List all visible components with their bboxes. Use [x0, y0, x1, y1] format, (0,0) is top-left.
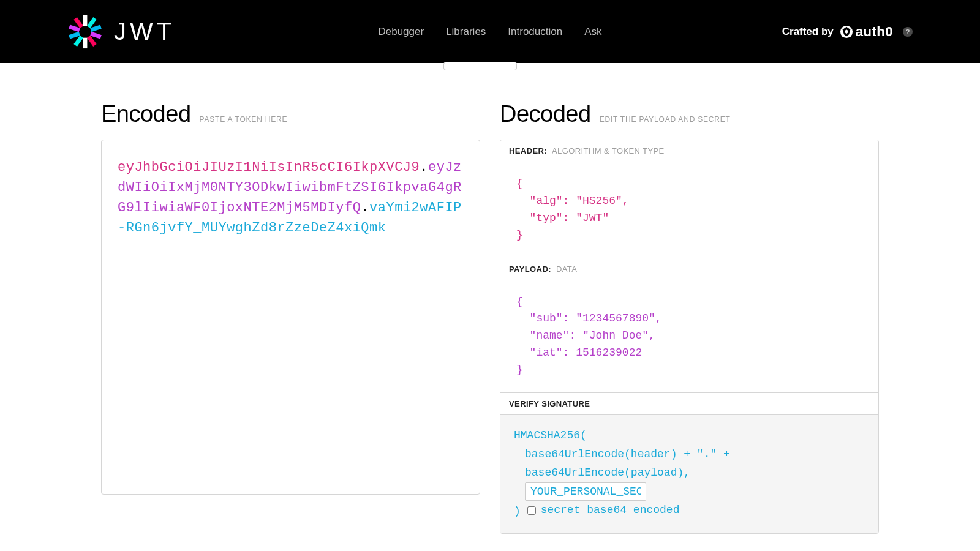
- logo[interactable]: JWT: [67, 14, 175, 50]
- nav-introduction[interactable]: Introduction: [508, 26, 562, 38]
- auth0-shield-icon: [840, 25, 853, 39]
- decoded-panel: Decoded EDIT THE PAYLOAD AND SECRET HEAD…: [500, 101, 879, 534]
- auth0-word: auth0: [856, 24, 893, 40]
- secret-base64-label: secret base64 encoded: [541, 501, 680, 520]
- sig-fn-open: HMACSHA256(: [514, 426, 865, 445]
- header-section-head: HEADER: ALGORITHM & TOKEN TYPE: [500, 140, 878, 162]
- crafted-label: Crafted by: [782, 26, 834, 38]
- nav-libraries[interactable]: Libraries: [446, 26, 486, 38]
- secret-input[interactable]: [525, 482, 646, 501]
- help-icon[interactable]: ?: [903, 27, 913, 37]
- topbar: JWT Debugger Libraries Introduction Ask …: [0, 0, 980, 63]
- nav-ask[interactable]: Ask: [584, 26, 601, 38]
- signature-body: HMACSHA256( base64UrlEncode(header) + ".…: [500, 415, 878, 533]
- token-header-segment: eyJhbGciOiJIUzI1NiIsInR5cCI6IkpXVCJ9: [118, 160, 420, 175]
- crafted-by[interactable]: Crafted by auth0 ?: [782, 24, 913, 40]
- auth0-logo: auth0: [840, 24, 893, 40]
- sig-fn-close: ): [514, 506, 521, 518]
- payload-json-editor[interactable]: { "sub": "1234567890", "name": "John Doe…: [500, 280, 878, 392]
- sig-line-2: base64UrlEncode(payload),: [514, 463, 865, 482]
- main-nav: Debugger Libraries Introduction Ask: [378, 26, 601, 38]
- sig-line-1: base64UrlEncode(header) + "." +: [514, 445, 865, 464]
- jwt-logo-text: JWT: [114, 18, 175, 45]
- encoded-panel: Encoded PASTE A TOKEN HERE eyJhbGciOiJIU…: [101, 101, 480, 534]
- algorithm-select[interactable]: [443, 62, 517, 70]
- decoded-title: Decoded: [500, 101, 591, 127]
- encoded-subtitle: PASTE A TOKEN HERE: [200, 115, 288, 124]
- algorithm-bar: [0, 63, 980, 72]
- secret-base64-checkbox[interactable]: [527, 506, 536, 515]
- encoded-token-input[interactable]: eyJhbGciOiJIUzI1NiIsInR5cCI6IkpXVCJ9.eyJ…: [101, 140, 480, 495]
- payload-hint: DATA: [556, 264, 577, 274]
- header-label: HEADER:: [509, 146, 547, 156]
- signature-section-head: VERIFY SIGNATURE: [500, 392, 878, 415]
- payload-section-head: PAYLOAD: DATA: [500, 258, 878, 280]
- svg-rect-5: [83, 37, 88, 48]
- payload-label: PAYLOAD:: [509, 264, 551, 274]
- svg-rect-0: [83, 15, 88, 25]
- jwt-logo-icon: [67, 14, 103, 50]
- nav-debugger[interactable]: Debugger: [378, 26, 424, 38]
- encoded-title: Encoded: [101, 101, 191, 127]
- signature-label: VERIFY SIGNATURE: [509, 399, 590, 408]
- header-hint: ALGORITHM & TOKEN TYPE: [552, 146, 665, 156]
- header-json-editor[interactable]: { "alg": "HS256", "typ": "JWT" }: [500, 162, 878, 258]
- decoded-subtitle: EDIT THE PAYLOAD AND SECRET: [600, 115, 731, 124]
